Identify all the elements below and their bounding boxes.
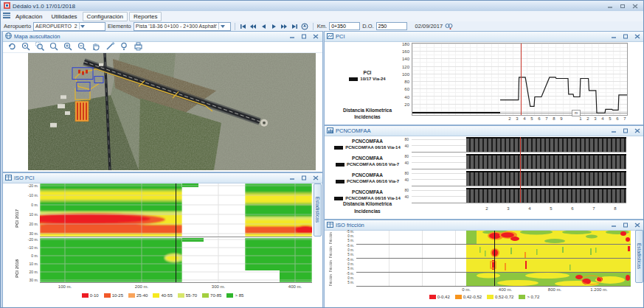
zoom-out-icon[interactable] [77,42,87,52]
pan-hand-icon[interactable] [91,42,101,52]
pcn-legend-row3: PCNCOMFAA PCNCOMFAA 06/16 Vía-7 [326,172,409,184]
legend-swatch [226,293,233,298]
legend-swatch [487,295,494,299]
restore-button[interactable] [617,2,628,10]
menu-item-aplicacion[interactable]: Aplicación [12,13,46,21]
window-title: Dédalo v1.0 17/01/2018 [13,3,75,10]
friccion-strip3[interactable] [356,259,631,273]
fast-next-button[interactable] [280,22,288,30]
map-canvas[interactable] [28,53,316,170]
legend-item: 0-0,42 [429,295,450,299]
menu-item-reportes[interactable]: Reportes [129,12,162,21]
tab-estadisticas[interactable]: Estadísticas [314,183,322,237]
pci-plot[interactable]: m [412,43,628,116]
minimize-button[interactable] [605,2,615,10]
legend-item: 40-55 [153,293,172,298]
pcn-row1-plot[interactable] [412,137,626,153]
position-cursor[interactable] [494,231,495,286]
y-tick: 80 [395,80,409,84]
fast-prev-button[interactable] [249,22,257,30]
pcn-row4-plot[interactable] [412,188,626,203]
measure-pencil-icon[interactable] [105,42,115,52]
map-panel-header[interactable]: Mapa auscultación [3,32,322,42]
y-tick: 5 m. [338,239,354,242]
y-tick: 0 m. [338,248,354,252]
y-tick: 40 [398,144,409,148]
iso-pci-panel: ISO PCI PCI 2017 PCI 2018 -20 m. -10 m. … [2,172,323,308]
zoom-window-icon[interactable] [49,42,59,52]
legend-swatch [429,295,436,299]
link-icon[interactable] [445,22,453,30]
position-cursor[interactable] [176,183,176,282]
pcn-panel-header[interactable]: PCNCOMFAA [325,126,644,136]
menu-item-utilidades[interactable]: Utilidades [47,13,80,21]
panel-close-button[interactable] [633,127,642,134]
y-tick: 5 m. [338,253,354,256]
panel-close-button[interactable] [633,33,642,40]
pcn-panel: PCNCOMFAA PCNCOMFAA PCNCOMFAA 06/16 Vía-… [324,125,644,220]
panel-maximize-button[interactable] [621,222,630,228]
panel-minimize-button[interactable] [288,175,297,181]
panel-maximize-button[interactable] [300,33,308,40]
tab-estadisticas[interactable]: Estadísticas [635,230,643,283]
strip3-ylabel: Fricción [329,259,333,272]
elemento-select[interactable]: Pista '18-36 0+100 - 2+300 Asphalt' [134,22,231,31]
y-tick: -5 m. [338,272,354,276]
friccion-strip2[interactable] [356,245,631,259]
position-cursor[interactable] [521,43,522,115]
y-tick: 5 m. [338,267,354,270]
close-button[interactable] [630,2,640,10]
y-tick: 0 m. [338,234,354,238]
print-icon[interactable] [134,42,143,52]
legend-swatch [153,293,159,298]
y-tick: 40 [398,195,409,199]
x-tick: 400 m. [491,287,520,292]
panel-maximize-button[interactable] [621,33,630,40]
panel-close-button[interactable] [633,222,642,228]
panel-minimize-button[interactable] [609,127,618,134]
pcn-row3-plot[interactable] [412,171,626,186]
legend-swatch [178,293,184,298]
pci-panel-header[interactable]: PCI [325,32,644,42]
panel-close-button[interactable] [311,33,320,40]
title-bar[interactable]: Dédalo v1.0 17/01/2018 [1,1,643,11]
panel-maximize-button[interactable] [621,127,630,134]
menu-item-configuracion[interactable]: Configuración [83,12,128,21]
info-bulb-icon[interactable] [120,42,129,52]
km-input[interactable] [329,22,360,30]
series-swatch [334,146,343,150]
aeropuerto-select[interactable]: AEROPUERTO_2 [33,22,105,31]
x-tick: 6 [565,206,580,211]
series-swatch [349,77,358,81]
last-record-button[interactable] [291,22,299,30]
y-tick: 20 m. [22,270,38,274]
panel-minimize-button[interactable] [288,33,297,40]
x-tick: 5 [544,206,558,211]
panel-minimize-button[interactable] [609,33,618,40]
y-tick: 0 m. [22,203,38,207]
locate-button[interactable] [301,22,309,30]
chevron-down-icon[interactable] [218,23,226,29]
zoom-initial-icon[interactable] [21,42,31,52]
zoom-extents-icon[interactable] [35,42,45,52]
first-record-button[interactable] [239,22,247,30]
panel-minimize-button[interactable] [609,222,618,228]
date-value[interactable]: 02/09/2017 [415,23,443,29]
friccion-strip2-heatmap [466,245,631,258]
friccion-strip1[interactable] [356,231,631,245]
friccion-strip4[interactable] [356,273,631,287]
panel-maximize-button[interactable] [300,175,308,181]
pcn-bars [466,171,626,186]
panel-close-button[interactable] [311,175,320,181]
chevron-down-icon[interactable] [79,23,86,29]
friccion-panel-header[interactable]: ISO fricción [325,220,644,231]
y-tick: 0 m. [22,253,38,258]
prev-button[interactable] [260,22,268,30]
zoom-in-icon[interactable] [63,42,73,52]
iso-pci-panel-header[interactable]: ISO PCI [3,173,322,183]
position-cursor[interactable] [520,137,521,203]
refresh-icon[interactable] [7,42,17,52]
do-input[interactable] [376,22,407,30]
next-button[interactable] [270,22,278,30]
pcn-row2-plot[interactable] [412,154,626,169]
